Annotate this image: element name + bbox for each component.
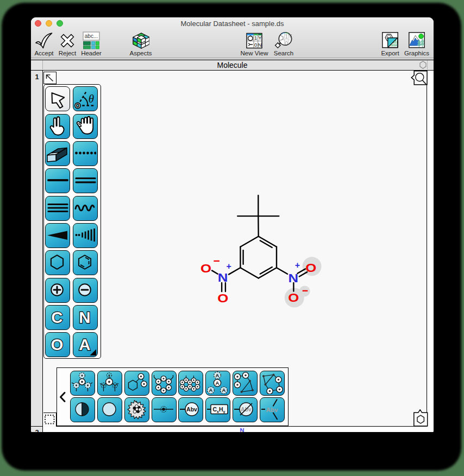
svg-text:N: N — [217, 270, 228, 284]
svg-text:+: + — [294, 261, 299, 270]
svg-text:Y: Y — [289, 34, 292, 40]
svg-text:A: A — [216, 379, 220, 385]
svg-text:Y: Y — [258, 35, 262, 41]
svg-text:A: A — [79, 335, 90, 353]
svg-text:θ: θ — [89, 92, 94, 105]
svg-text:1: 1 — [285, 34, 288, 40]
svg-text:1: 1 — [254, 35, 257, 41]
svg-text:0: 0 — [254, 42, 257, 48]
svg-text:abc...: abc... — [85, 33, 98, 39]
svg-text:Abv: Abv — [186, 406, 197, 412]
svg-text:N: N — [79, 308, 90, 326]
svg-text:A: A — [216, 372, 220, 378]
svg-text:A: A — [209, 387, 213, 393]
svg-text:O: O — [217, 290, 228, 304]
svg-text:Abv: Abv — [266, 407, 278, 413]
svg-text:0: 0 — [285, 41, 288, 47]
svg-text:O: O — [288, 290, 299, 304]
svg-text:N: N — [258, 42, 262, 48]
svg-text:N: N — [288, 270, 298, 284]
svg-text:A: A — [222, 387, 226, 393]
svg-text:O: O — [305, 261, 316, 274]
svg-text:O: O — [51, 335, 64, 353]
svg-text:+: + — [226, 262, 231, 271]
svg-text:O: O — [200, 261, 211, 275]
svg-text:C: C — [52, 308, 63, 326]
svg-text:y: y — [223, 410, 225, 414]
svg-text:H: H — [219, 406, 223, 412]
